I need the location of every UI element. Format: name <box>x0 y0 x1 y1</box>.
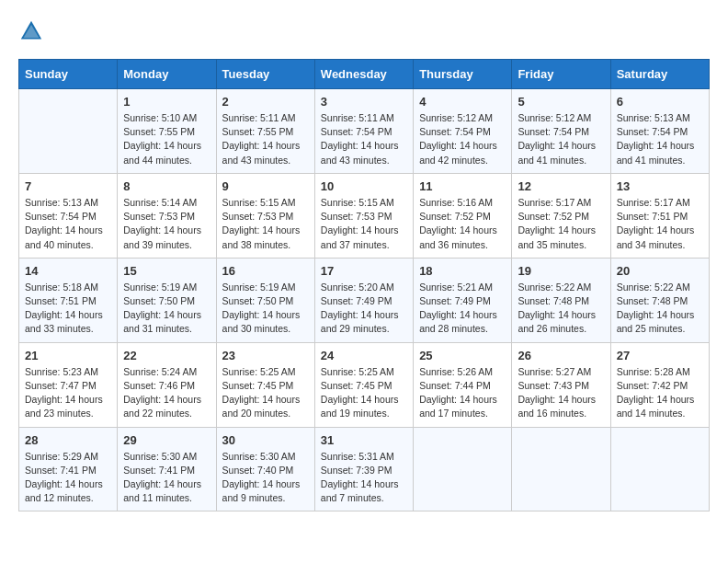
cell-sun-info: Sunrise: 5:13 AMSunset: 7:54 PMDaylight:… <box>25 196 111 252</box>
day-number: 31 <box>321 433 407 447</box>
day-number: 29 <box>123 433 210 447</box>
column-header-monday: Monday <box>118 60 216 89</box>
calendar-cell: 31Sunrise: 5:31 AMSunset: 7:39 PMDayligh… <box>314 427 413 511</box>
calendar-week-row: 28Sunrise: 5:29 AMSunset: 7:41 PMDayligh… <box>19 427 710 511</box>
cell-sun-info: Sunrise: 5:15 AMSunset: 7:53 PMDaylight:… <box>321 196 407 252</box>
day-number: 2 <box>222 95 309 109</box>
calendar-cell <box>19 89 118 174</box>
cell-sun-info: Sunrise: 5:11 AMSunset: 7:54 PMDaylight:… <box>321 111 407 167</box>
cell-sun-info: Sunrise: 5:17 AMSunset: 7:52 PMDaylight:… <box>518 196 604 252</box>
calendar-cell: 8Sunrise: 5:14 AMSunset: 7:53 PMDaylight… <box>118 173 216 258</box>
calendar-cell: 23Sunrise: 5:25 AMSunset: 7:45 PMDayligh… <box>216 342 314 427</box>
calendar-cell <box>414 427 512 511</box>
calendar-cell: 22Sunrise: 5:24 AMSunset: 7:46 PMDayligh… <box>118 342 216 427</box>
cell-sun-info: Sunrise: 5:23 AMSunset: 7:47 PMDaylight:… <box>25 365 111 421</box>
cell-sun-info: Sunrise: 5:12 AMSunset: 7:54 PMDaylight:… <box>518 111 604 167</box>
day-number: 12 <box>518 179 604 193</box>
calendar-cell: 24Sunrise: 5:25 AMSunset: 7:45 PMDayligh… <box>314 342 413 427</box>
cell-sun-info: Sunrise: 5:14 AMSunset: 7:53 PMDaylight:… <box>123 196 210 252</box>
day-number: 27 <box>617 349 703 362</box>
calendar-cell: 14Sunrise: 5:18 AMSunset: 7:51 PMDayligh… <box>19 258 118 342</box>
day-number: 24 <box>321 349 407 362</box>
cell-sun-info: Sunrise: 5:30 AMSunset: 7:41 PMDaylight:… <box>123 450 210 506</box>
day-number: 23 <box>222 349 309 362</box>
day-number: 16 <box>222 264 309 278</box>
calendar-cell: 5Sunrise: 5:12 AMSunset: 7:54 PMDaylight… <box>512 89 610 174</box>
cell-sun-info: Sunrise: 5:22 AMSunset: 7:48 PMDaylight:… <box>518 281 604 337</box>
cell-sun-info: Sunrise: 5:31 AMSunset: 7:39 PMDaylight:… <box>321 450 407 506</box>
calendar-cell: 9Sunrise: 5:15 AMSunset: 7:53 PMDaylight… <box>216 173 314 258</box>
cell-sun-info: Sunrise: 5:16 AMSunset: 7:52 PMDaylight:… <box>419 196 506 252</box>
logo <box>18 18 48 44</box>
column-header-saturday: Saturday <box>610 60 709 89</box>
day-number: 26 <box>518 349 604 362</box>
cell-sun-info: Sunrise: 5:11 AMSunset: 7:55 PMDaylight:… <box>222 111 309 167</box>
calendar-cell: 29Sunrise: 5:30 AMSunset: 7:41 PMDayligh… <box>118 427 216 511</box>
calendar-cell: 12Sunrise: 5:17 AMSunset: 7:52 PMDayligh… <box>512 173 610 258</box>
day-number: 9 <box>222 179 309 193</box>
day-number: 1 <box>123 95 210 109</box>
cell-sun-info: Sunrise: 5:29 AMSunset: 7:41 PMDaylight:… <box>25 450 111 506</box>
day-number: 15 <box>123 264 210 278</box>
calendar-week-row: 21Sunrise: 5:23 AMSunset: 7:47 PMDayligh… <box>19 342 710 427</box>
calendar-cell <box>512 427 610 511</box>
logo-icon <box>18 18 44 44</box>
cell-sun-info: Sunrise: 5:18 AMSunset: 7:51 PMDaylight:… <box>25 281 111 337</box>
calendar-cell: 26Sunrise: 5:27 AMSunset: 7:43 PMDayligh… <box>512 342 610 427</box>
day-number: 11 <box>419 179 506 193</box>
column-header-thursday: Thursday <box>414 60 512 89</box>
day-number: 18 <box>419 264 506 278</box>
column-header-tuesday: Tuesday <box>216 60 314 89</box>
cell-sun-info: Sunrise: 5:24 AMSunset: 7:46 PMDaylight:… <box>123 365 210 421</box>
calendar-cell: 17Sunrise: 5:20 AMSunset: 7:49 PMDayligh… <box>314 258 413 342</box>
calendar-cell: 16Sunrise: 5:19 AMSunset: 7:50 PMDayligh… <box>216 258 314 342</box>
day-number: 25 <box>419 349 506 362</box>
column-header-sunday: Sunday <box>19 60 118 89</box>
day-number: 4 <box>419 95 506 109</box>
calendar-cell: 3Sunrise: 5:11 AMSunset: 7:54 PMDaylight… <box>314 89 413 174</box>
calendar-cell: 1Sunrise: 5:10 AMSunset: 7:55 PMDaylight… <box>118 89 216 174</box>
cell-sun-info: Sunrise: 5:30 AMSunset: 7:40 PMDaylight:… <box>222 450 309 506</box>
calendar-cell: 21Sunrise: 5:23 AMSunset: 7:47 PMDayligh… <box>19 342 118 427</box>
calendar-cell: 11Sunrise: 5:16 AMSunset: 7:52 PMDayligh… <box>414 173 512 258</box>
calendar-week-row: 1Sunrise: 5:10 AMSunset: 7:55 PMDaylight… <box>19 89 710 174</box>
calendar-cell: 4Sunrise: 5:12 AMSunset: 7:54 PMDaylight… <box>414 89 512 174</box>
calendar-cell: 6Sunrise: 5:13 AMSunset: 7:54 PMDaylight… <box>610 89 709 174</box>
cell-sun-info: Sunrise: 5:13 AMSunset: 7:54 PMDaylight:… <box>617 111 703 167</box>
calendar-cell: 27Sunrise: 5:28 AMSunset: 7:42 PMDayligh… <box>610 342 709 427</box>
cell-sun-info: Sunrise: 5:25 AMSunset: 7:45 PMDaylight:… <box>321 365 407 421</box>
cell-sun-info: Sunrise: 5:27 AMSunset: 7:43 PMDaylight:… <box>518 365 604 421</box>
page-header <box>18 18 710 44</box>
day-number: 28 <box>25 433 111 447</box>
cell-sun-info: Sunrise: 5:28 AMSunset: 7:42 PMDaylight:… <box>617 365 703 421</box>
calendar-cell: 7Sunrise: 5:13 AMSunset: 7:54 PMDaylight… <box>19 173 118 258</box>
calendar-cell: 10Sunrise: 5:15 AMSunset: 7:53 PMDayligh… <box>314 173 413 258</box>
cell-sun-info: Sunrise: 5:20 AMSunset: 7:49 PMDaylight:… <box>321 281 407 337</box>
day-number: 5 <box>518 95 604 109</box>
calendar-cell: 19Sunrise: 5:22 AMSunset: 7:48 PMDayligh… <box>512 258 610 342</box>
day-number: 17 <box>321 264 407 278</box>
day-number: 19 <box>518 264 604 278</box>
column-header-friday: Friday <box>512 60 610 89</box>
day-number: 13 <box>617 179 703 193</box>
day-number: 14 <box>25 264 111 278</box>
column-header-wednesday: Wednesday <box>314 60 413 89</box>
day-number: 7 <box>25 179 111 193</box>
calendar-cell: 20Sunrise: 5:22 AMSunset: 7:48 PMDayligh… <box>610 258 709 342</box>
cell-sun-info: Sunrise: 5:21 AMSunset: 7:49 PMDaylight:… <box>419 281 506 337</box>
calendar-cell: 15Sunrise: 5:19 AMSunset: 7:50 PMDayligh… <box>118 258 216 342</box>
day-number: 10 <box>321 179 407 193</box>
calendar-week-row: 7Sunrise: 5:13 AMSunset: 7:54 PMDaylight… <box>19 173 710 258</box>
calendar-cell: 25Sunrise: 5:26 AMSunset: 7:44 PMDayligh… <box>414 342 512 427</box>
day-number: 3 <box>321 95 407 109</box>
day-number: 22 <box>123 349 210 362</box>
calendar-cell: 13Sunrise: 5:17 AMSunset: 7:51 PMDayligh… <box>610 173 709 258</box>
calendar-cell: 18Sunrise: 5:21 AMSunset: 7:49 PMDayligh… <box>414 258 512 342</box>
cell-sun-info: Sunrise: 5:15 AMSunset: 7:53 PMDaylight:… <box>222 196 309 252</box>
day-number: 30 <box>222 433 309 447</box>
calendar-week-row: 14Sunrise: 5:18 AMSunset: 7:51 PMDayligh… <box>19 258 710 342</box>
calendar-table: SundayMondayTuesdayWednesdayThursdayFrid… <box>18 59 710 511</box>
cell-sun-info: Sunrise: 5:10 AMSunset: 7:55 PMDaylight:… <box>123 111 210 167</box>
cell-sun-info: Sunrise: 5:22 AMSunset: 7:48 PMDaylight:… <box>617 281 703 337</box>
day-number: 8 <box>123 179 210 193</box>
